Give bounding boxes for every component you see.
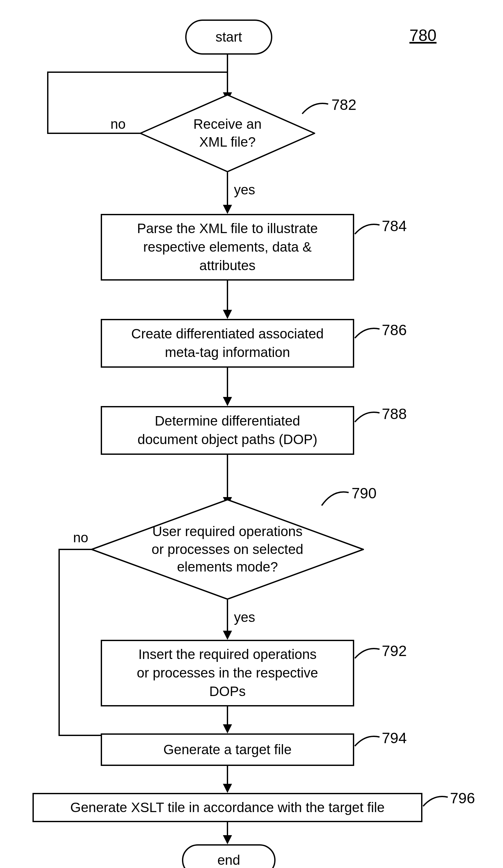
arrow xyxy=(227,455,228,497)
arrowhead-icon xyxy=(223,835,232,844)
process-5-text: Generate a target file xyxy=(164,741,292,759)
leader-line xyxy=(354,733,380,750)
leader-line xyxy=(422,793,448,809)
arrow xyxy=(227,368,228,397)
process-1-text: Parse the XML file to illustrate respect… xyxy=(137,219,318,275)
ref-782: 782 xyxy=(332,96,356,113)
terminator-end: end xyxy=(182,844,275,868)
ref-784: 784 xyxy=(382,217,407,235)
process-generate-xslt: Generate XSLT tile in accordance with th… xyxy=(32,793,422,822)
arrow xyxy=(227,172,228,205)
process-2-text: Create differentiated associated meta-ta… xyxy=(131,325,324,362)
process-create-meta: Create differentiated associated meta-ta… xyxy=(101,319,354,368)
decision-user-ops: User required operations or processes on… xyxy=(91,499,364,600)
arrow xyxy=(227,766,228,784)
process-parse-xml: Parse the XML file to illustrate respect… xyxy=(101,214,354,281)
process-6-text: Generate XSLT tile in accordance with th… xyxy=(70,798,385,817)
decision-receive-xml: Receive an XML file? xyxy=(140,94,315,172)
process-3-text: Determine differentiated document object… xyxy=(137,412,317,448)
edge-yes-1: yes xyxy=(234,182,255,198)
start-label: start xyxy=(216,29,242,45)
end-label: end xyxy=(217,852,240,868)
leader-line xyxy=(354,221,380,237)
arrow xyxy=(47,72,228,73)
ref-790: 790 xyxy=(352,484,377,502)
arrow xyxy=(227,600,228,631)
leader-line xyxy=(320,488,349,507)
ref-792: 792 xyxy=(382,642,407,660)
arrowhead-icon xyxy=(223,631,232,640)
leader-line xyxy=(301,99,330,115)
decision-1-text: Receive an XML file? xyxy=(193,115,262,151)
arrow xyxy=(227,53,228,92)
process-insert-ops: Insert the required operations or proces… xyxy=(101,640,354,706)
ref-794: 794 xyxy=(382,729,407,747)
leader-line xyxy=(354,325,380,341)
decision-2-text: User required operations or processes on… xyxy=(152,523,304,576)
arrow xyxy=(59,735,101,736)
arrow xyxy=(227,822,228,835)
arrow xyxy=(59,549,60,735)
edge-no-2: no xyxy=(73,530,88,546)
arrowhead-icon xyxy=(223,310,232,319)
arrowhead-icon xyxy=(223,784,232,793)
arrow xyxy=(59,549,92,550)
ref-788: 788 xyxy=(382,405,407,423)
flowchart-canvas: 780 start Receive an XML file? 782 no ye… xyxy=(0,0,503,868)
terminator-start: start xyxy=(185,20,272,55)
process-4-text: Insert the required operations or proces… xyxy=(137,645,318,701)
arrowhead-icon xyxy=(223,205,232,214)
leader-line xyxy=(354,409,380,425)
figure-reference: 780 xyxy=(409,26,437,45)
arrowhead-icon xyxy=(223,397,232,406)
arrow xyxy=(227,706,228,724)
edge-no-1: no xyxy=(111,116,126,132)
arrow xyxy=(227,281,228,310)
arrowhead-icon xyxy=(223,724,232,733)
ref-786: 786 xyxy=(382,321,407,339)
arrow xyxy=(47,72,49,134)
ref-796: 796 xyxy=(450,789,475,807)
arrow xyxy=(47,133,141,134)
process-generate-target: Generate a target file xyxy=(101,733,354,766)
edge-yes-2: yes xyxy=(234,610,255,625)
process-determine-dop: Determine differentiated document object… xyxy=(101,406,354,455)
leader-line xyxy=(354,645,380,662)
